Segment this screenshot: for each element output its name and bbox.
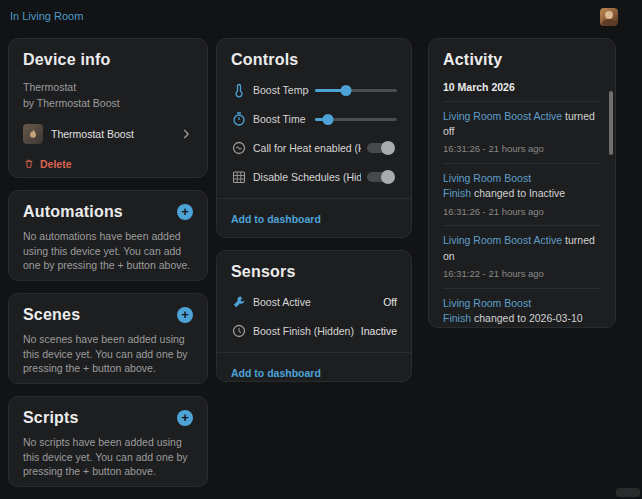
scripts-empty-text: No scripts have been added using this de… xyxy=(23,435,193,479)
scenes-title: Scenes xyxy=(23,306,80,324)
activity-item: Living Room Boost Activeturned off 16:31… xyxy=(443,102,601,164)
sensor-value: Inactive xyxy=(361,325,397,337)
avatar-head xyxy=(605,11,613,19)
toggle-knob xyxy=(381,170,395,184)
control-row: Disable Schedules (Hidden) xyxy=(231,169,397,185)
sensors-card: Sensors Boost Active Off Boost Finish (H… xyxy=(216,250,412,382)
control-label: Boost Time S… xyxy=(253,113,309,125)
scenes-card: Scenes + No scenes have been added using… xyxy=(8,293,208,384)
automations-empty-text: No automations have been added using thi… xyxy=(23,229,193,273)
control-row: Boost Temper… xyxy=(231,82,397,98)
sensor-row[interactable]: Boost Finish (Hidden) Inactive xyxy=(231,323,397,339)
disable-schedules-toggle[interactable] xyxy=(367,172,393,182)
add-scene-button[interactable]: + xyxy=(177,307,193,323)
sensors-add-to-dashboard-link[interactable]: Add to dashboard xyxy=(231,367,321,379)
left-column: Device info Thermostat by Thermostat Boo… xyxy=(8,38,208,499)
schedule-icon xyxy=(231,169,247,185)
entity-link[interactable]: Living Room Boost Active xyxy=(443,110,562,122)
control-row: Boost Time S… xyxy=(231,111,397,127)
integration-row[interactable]: Thermostat Boost xyxy=(23,124,193,144)
right-column: Activity 10 March 2026 Living Room Boost… xyxy=(428,38,616,340)
sensor-label: Boost Finish (Hidden) xyxy=(253,325,355,337)
activity-list: Living Room Boost Activeturned off 16:31… xyxy=(443,101,601,328)
sensor-value: Off xyxy=(383,296,397,308)
device-name: Thermostat xyxy=(23,79,193,95)
control-label: Disable Schedules (Hidden) xyxy=(253,171,361,183)
add-script-button[interactable]: + xyxy=(177,410,193,426)
automations-title: Automations xyxy=(23,203,123,221)
timer-icon xyxy=(231,111,247,127)
activity-item: Living Room Boost Finishchanged to 2026-… xyxy=(443,289,601,328)
chevron-right-icon xyxy=(179,127,193,141)
clock-icon xyxy=(231,323,247,339)
controls-card: Controls Boost Temper… Boost Time S… xyxy=(216,38,412,238)
activity-card: Activity 10 March 2026 Living Room Boost… xyxy=(428,38,616,328)
control-label: Call for Heat enabled (Hidd… xyxy=(253,142,361,154)
activity-item: Living Room Boost Activeturned on 16:31:… xyxy=(443,226,601,288)
middle-column: Controls Boost Temper… Boost Time S… xyxy=(216,38,412,394)
automations-card: Automations + No automations have been a… xyxy=(8,190,208,281)
scripts-card: Scripts + No scripts have been added usi… xyxy=(8,396,208,487)
heat-icon xyxy=(231,140,247,156)
activity-item: Living Room Boost Finishchanged to Inact… xyxy=(443,164,601,226)
add-automation-button[interactable]: + xyxy=(177,204,193,220)
slider-knob[interactable] xyxy=(341,85,352,96)
activity-time: 16:31:26 - 21 hours ago xyxy=(443,142,601,156)
device-info-card: Device info Thermostat by Thermostat Boo… xyxy=(8,38,208,178)
delete-label: Delete xyxy=(40,158,72,170)
integration-logo-icon xyxy=(23,124,43,144)
scenes-empty-text: No scenes have been added using this dev… xyxy=(23,332,193,376)
device-info-title: Device info xyxy=(23,51,193,69)
activity-action: changed to Inactive xyxy=(474,187,565,199)
wrench-icon xyxy=(231,294,247,310)
thermometer-icon xyxy=(231,82,247,98)
sensor-row[interactable]: Boost Active Off xyxy=(231,294,397,310)
delete-device-button[interactable]: Delete xyxy=(23,158,193,170)
activity-date-header: 10 March 2026 xyxy=(443,81,601,93)
trash-icon xyxy=(23,158,35,170)
integration-name: Thermostat Boost xyxy=(51,128,134,140)
control-label: Boost Temper… xyxy=(253,84,309,96)
sensor-label: Boost Active xyxy=(253,296,377,308)
divider xyxy=(217,352,411,353)
page-scrollbar-corner xyxy=(616,488,640,497)
device-page-columns: Device info Thermostat by Thermostat Boo… xyxy=(8,38,616,499)
breadcrumb[interactable]: In Living Room xyxy=(10,10,83,22)
avatar-body xyxy=(602,19,616,26)
activity-time: 16:31:26 - 21 hours ago xyxy=(443,205,601,219)
controls-add-to-dashboard-link[interactable]: Add to dashboard xyxy=(231,213,321,225)
device-manufacturer: by Thermostat Boost xyxy=(23,95,193,111)
boost-temperature-slider[interactable] xyxy=(315,83,397,97)
call-for-heat-toggle[interactable] xyxy=(367,143,393,153)
control-row: Call for Heat enabled (Hidd… xyxy=(231,140,397,156)
toggle-knob xyxy=(381,141,395,155)
entity-link[interactable]: Living Room Boost Active xyxy=(443,234,562,246)
scripts-title: Scripts xyxy=(23,409,79,427)
divider xyxy=(217,198,411,199)
controls-title: Controls xyxy=(231,51,397,69)
activity-time: 16:31:22 - 21 hours ago xyxy=(443,267,601,281)
sensors-title: Sensors xyxy=(231,263,397,281)
slider-knob[interactable] xyxy=(323,114,334,125)
activity-scrollbar[interactable] xyxy=(609,91,613,155)
user-avatar[interactable] xyxy=(600,8,618,26)
activity-title: Activity xyxy=(443,51,601,69)
device-meta: Thermostat by Thermostat Boost xyxy=(23,79,193,112)
boost-time-slider[interactable] xyxy=(315,112,397,126)
